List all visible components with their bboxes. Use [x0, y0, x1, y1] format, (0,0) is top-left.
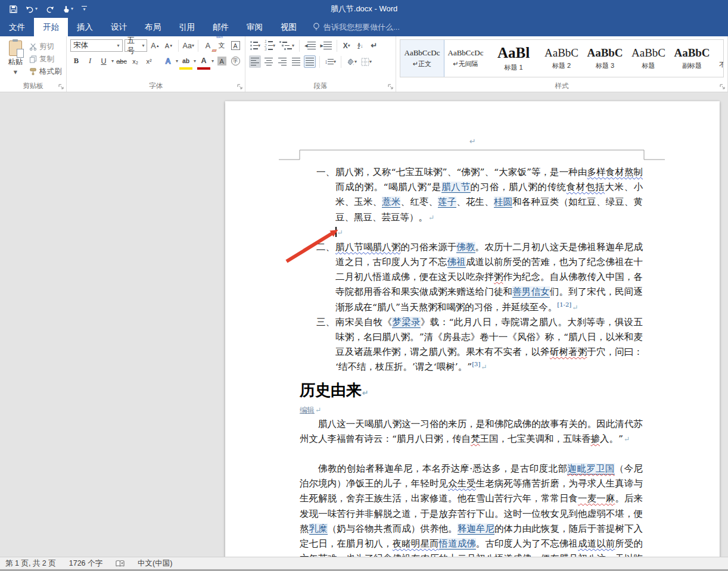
clipboard-dialog-launcher[interactable]	[58, 84, 64, 90]
numbering-button[interactable]: ▾	[263, 39, 276, 52]
tab-insert[interactable]: 插入	[68, 18, 102, 36]
style-item-8[interactable]: AaB不明显强调	[714, 40, 724, 77]
align-left-button[interactable]	[249, 55, 261, 68]
status-page-count[interactable]: 第 1 页, 共 2 页	[5, 558, 56, 569]
align-right-button[interactable]	[276, 55, 288, 68]
justify-button[interactable]	[290, 55, 302, 68]
distributed-button[interactable]	[304, 55, 316, 68]
tab-design[interactable]: 设计	[102, 18, 136, 36]
superscript-button[interactable]: x²	[143, 55, 155, 67]
list-item-1: 一、 腊八粥，又称“七宝五味粥”、“佛粥”、“大家饭”等，是一种由多样食材熬制而…	[300, 165, 643, 225]
font-dialog-launcher[interactable]	[237, 84, 243, 90]
font-name-select[interactable]: 宋体▾	[70, 39, 123, 52]
doc-link[interactable]: 莲子	[438, 196, 456, 208]
tab-view[interactable]: 视图	[272, 18, 306, 36]
tab-mailings[interactable]: 邮件	[204, 18, 238, 36]
doc-link[interactable]: 薏米	[382, 196, 400, 208]
tab-review[interactable]: 审阅	[238, 18, 272, 36]
shrink-font-button[interactable]: A▼	[163, 39, 175, 52]
borders-button[interactable]: ▾	[360, 55, 373, 68]
doc-link[interactable]: 桂圆	[494, 196, 512, 208]
grow-font-button[interactable]: A▲	[149, 39, 161, 52]
doc-text-segment: 梵	[471, 433, 480, 444]
tab-home[interactable]: 开始	[34, 18, 68, 36]
cut-button[interactable]: 剪切	[29, 41, 62, 52]
italic-button[interactable]: I	[84, 55, 96, 67]
increase-indent-button[interactable]: ▶	[319, 39, 332, 52]
text-effects-button[interactable]: A	[162, 55, 174, 67]
style-item-5[interactable]: AaBbC标题 3	[583, 40, 627, 77]
align-center-button[interactable]	[263, 55, 275, 68]
style-item-1[interactable]: AaBbCcDc↵正文	[400, 40, 444, 77]
copy-button[interactable]: 复制	[29, 54, 62, 64]
font-color-button[interactable]: A	[198, 55, 210, 67]
edit-link[interactable]: 编辑	[300, 405, 315, 414]
document-canvas[interactable]: ↵ 一、 腊八粥，又称“七宝五味粥”、“佛粥”、“大家饭”等，是一种由多样食材熬…	[0, 92, 728, 557]
bullets-button[interactable]: ▾	[249, 39, 262, 52]
line-spacing-button[interactable]: ↕▾	[323, 55, 337, 68]
style-preview: AaBbC	[545, 46, 578, 60]
doc-link[interactable]: 善男信女	[512, 286, 550, 298]
list-item-3: 三、 南宋吴自牧《梦梁录》载：“此月八日，寺院谓之腊八。大刹等寺，俱设五味粥，名…	[300, 315, 643, 375]
font-size-select[interactable]: 五号▾	[125, 39, 148, 52]
doc-text-segment: 腊八节喝腊八粥	[335, 242, 400, 252]
style-item-2[interactable]: AaBbCcDc↵无间隔	[444, 40, 487, 77]
clear-formatting-button[interactable]: A	[202, 39, 214, 52]
redo-button[interactable]	[46, 5, 54, 13]
proofing-status-button[interactable]	[116, 560, 125, 567]
doc-link[interactable]: 迦毗罗卫国	[567, 463, 614, 475]
multilevel-list-button[interactable]: ▾	[278, 39, 295, 52]
phonetic-guide-button[interactable]: wén文	[216, 39, 228, 52]
change-case-button[interactable]: Aa▾	[182, 39, 194, 52]
qat-customize-icon[interactable]: ▾	[82, 6, 87, 13]
paragraph-dialog-launcher[interactable]	[388, 84, 394, 90]
enclose-characters-button[interactable]: 字	[229, 55, 241, 67]
format-painter-label: 格式刷	[39, 67, 62, 77]
empty-paragraph[interactable]: ↵	[300, 225, 643, 240]
undo-dropdown-icon[interactable]: ▾	[35, 7, 38, 11]
touch-mode-dropdown-icon[interactable]: ▾	[71, 7, 73, 11]
strikethrough-button[interactable]: abc	[116, 55, 127, 67]
format-painter-button[interactable]: 格式刷	[29, 66, 62, 77]
style-label: ↵正文	[413, 60, 431, 68]
paste-button[interactable]: 粘贴 ▾	[4, 39, 27, 76]
undo-button[interactable]: ▾	[26, 5, 38, 13]
tell-me-box[interactable]: 告诉我您想要做什么...	[306, 18, 407, 36]
asian-layout-button[interactable]: X▾	[341, 39, 353, 52]
touch-mode-button[interactable]: ▾	[63, 5, 73, 13]
style-item-4[interactable]: AaBbC标题 2	[540, 40, 583, 77]
doc-link[interactable]: 乳糜	[309, 523, 328, 535]
style-item-6[interactable]: AaBbC标题	[627, 40, 670, 77]
character-border-button[interactable]: A	[229, 39, 241, 52]
sort-button[interactable]: AZ↓	[354, 39, 366, 52]
doc-link[interactable]: 梦梁录	[392, 317, 421, 328]
character-shading-button[interactable]: A	[216, 55, 228, 67]
bold-button[interactable]: B	[70, 55, 82, 67]
tab-layout[interactable]: 布局	[136, 18, 170, 36]
doc-link[interactable]: 悟道成佛	[439, 538, 476, 550]
decrease-indent-button[interactable]: ◀	[303, 39, 317, 52]
paragraph-mark: ↵	[315, 405, 321, 414]
highlight-button[interactable]: ab	[180, 55, 192, 67]
style-item-3[interactable]: AaBl标题 1	[487, 40, 540, 77]
status-word-count[interactable]: 1726 个字	[69, 558, 102, 569]
styles-dialog-launcher[interactable]	[720, 84, 726, 90]
doc-link[interactable]: 腊八节	[441, 182, 470, 193]
doc-link[interactable]: 佛教	[456, 242, 475, 253]
doc-link[interactable]: 佛祖	[447, 257, 466, 268]
show-marks-button[interactable]: ↵	[368, 39, 380, 52]
style-label: 标题 2	[552, 61, 571, 70]
document-body[interactable]: 一、 腊八粥，又称“七宝五味粥”、“佛粥”、“大家饭”等，是一种由多样食材熬制而…	[300, 165, 643, 557]
doc-link[interactable]: 释迦牟尼	[458, 523, 494, 535]
style-item-7[interactable]: AaBbC副标题	[670, 40, 714, 77]
underline-button[interactable]: U	[98, 55, 110, 67]
subscript-button[interactable]: x₂	[129, 55, 141, 67]
shading-button[interactable]: ▾	[345, 55, 358, 68]
tab-file[interactable]: 文件	[0, 18, 34, 36]
paste-dropdown-icon[interactable]: ▾	[14, 68, 17, 76]
tab-references[interactable]: 引用	[170, 18, 204, 36]
document-page[interactable]: ↵ 一、 腊八粥，又称“七宝五味粥”、“佛粥”、“大家饭”等，是一种由多样食材熬…	[225, 101, 720, 557]
save-icon[interactable]	[10, 5, 17, 13]
status-language[interactable]: 中文(中国)	[138, 558, 172, 569]
underline-dropdown-icon[interactable]: ▾	[111, 59, 114, 64]
